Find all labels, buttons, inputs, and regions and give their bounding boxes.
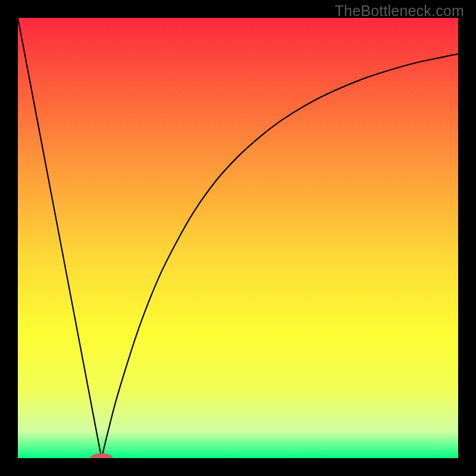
chart-svg <box>18 18 458 458</box>
gradient-background <box>18 18 458 458</box>
plot-area <box>18 18 458 458</box>
watermark-text: TheBottleneck.com <box>335 2 464 20</box>
chart-frame: TheBottleneck.com <box>0 0 476 476</box>
